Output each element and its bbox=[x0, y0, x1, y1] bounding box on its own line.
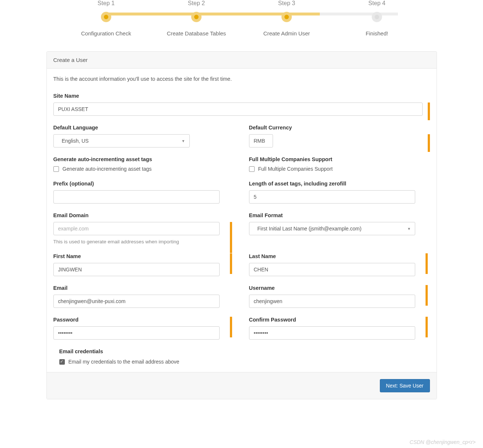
username-label: Username bbox=[249, 285, 430, 291]
email-input[interactable] bbox=[53, 295, 220, 308]
email-format-label: Email Format bbox=[249, 212, 430, 218]
site-name-label: Site Name bbox=[53, 93, 430, 99]
email-domain-input[interactable] bbox=[53, 222, 220, 235]
required-indicator bbox=[230, 317, 232, 337]
email-domain-help: This is used to generate email addresses… bbox=[53, 239, 234, 244]
wizard-step-3: Step 3 Create Admin User bbox=[242, 0, 332, 37]
wizard-dot-3 bbox=[281, 12, 292, 22]
email-credentials-checkbox[interactable] bbox=[59, 359, 65, 365]
auto-increment-checkbox-label: Generate auto-incrementing asset tags bbox=[63, 166, 152, 172]
prefix-input[interactable] bbox=[53, 190, 220, 204]
email-format-select[interactable]: First Initial Last Name (jsmith@example.… bbox=[249, 222, 416, 235]
wizard-step-4: Step 4 Finished! bbox=[332, 0, 422, 37]
last-name-input[interactable] bbox=[249, 263, 416, 276]
prefix-label: Prefix (optional) bbox=[53, 181, 234, 187]
email-credentials-checkbox-label: Email my credentials to the email addres… bbox=[69, 359, 179, 365]
required-indicator bbox=[426, 253, 428, 274]
tag-length-input[interactable] bbox=[249, 190, 416, 204]
wizard-step-1: Step 1 Configuration Check bbox=[61, 0, 151, 37]
required-indicator bbox=[230, 253, 232, 274]
multi-companies-label: Full Multiple Companies Support bbox=[249, 156, 430, 162]
multi-companies-checkbox[interactable] bbox=[249, 166, 255, 172]
default-language-select[interactable]: English, US bbox=[53, 134, 190, 147]
tag-length-label: Length of asset tags, including zerofill bbox=[249, 181, 430, 187]
next-save-user-button[interactable]: Next: Save User bbox=[380, 379, 430, 392]
required-indicator bbox=[426, 285, 428, 306]
email-domain-label: Email Domain bbox=[53, 212, 234, 218]
wizard-dot-4 bbox=[372, 12, 382, 22]
wizard-dot-1 bbox=[101, 12, 111, 22]
email-label: Email bbox=[53, 285, 234, 291]
auto-increment-label: Generate auto-incrementing asset tags bbox=[53, 156, 234, 162]
default-currency-label: Default Currency bbox=[249, 125, 430, 131]
default-currency-input[interactable] bbox=[249, 134, 273, 147]
first-name-label: First Name bbox=[53, 253, 234, 259]
auto-increment-checkbox[interactable] bbox=[53, 166, 59, 172]
wizard-dot-2 bbox=[191, 12, 202, 22]
password-input[interactable] bbox=[53, 326, 220, 340]
intro-text: This is the account information you'll u… bbox=[53, 76, 430, 82]
confirm-password-input[interactable] bbox=[249, 326, 416, 340]
confirm-password-label: Confirm Password bbox=[249, 317, 430, 323]
required-indicator bbox=[230, 222, 232, 253]
last-name-label: Last Name bbox=[249, 253, 430, 259]
multi-companies-checkbox-label: Full Multiple Companies Support bbox=[258, 166, 333, 172]
first-name-input[interactable] bbox=[53, 263, 220, 276]
create-user-panel: Create a User This is the account inform… bbox=[46, 51, 437, 399]
wizard-steps: Step 1 Configuration Check Step 2 Create… bbox=[46, 0, 437, 51]
password-label: Password bbox=[53, 317, 234, 323]
required-indicator bbox=[428, 134, 430, 152]
email-credentials-label: Email credentials bbox=[59, 348, 430, 354]
required-indicator bbox=[428, 103, 430, 120]
panel-header: Create a User bbox=[47, 52, 437, 69]
wizard-step-2: Step 2 Create Database Tables bbox=[151, 0, 242, 37]
default-language-label: Default Language bbox=[53, 125, 234, 131]
site-name-input[interactable] bbox=[53, 103, 423, 116]
required-indicator bbox=[426, 317, 428, 337]
username-input[interactable] bbox=[249, 295, 416, 308]
